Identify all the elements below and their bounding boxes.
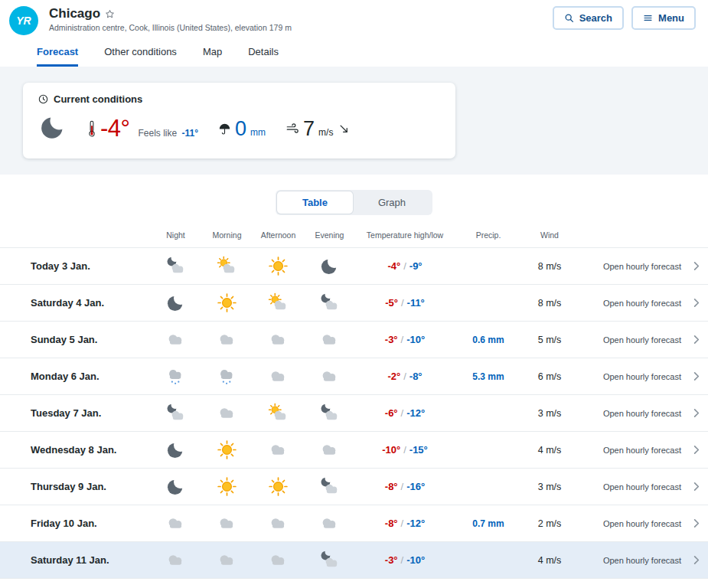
forecast-row[interactable]: Wednesday 8 Jan. -10°/-15° 4 m/s Open ho… [0,431,708,468]
temp-separator: / [403,371,406,382]
forecast-row[interactable]: Saturday 4 Jan. -5°/-11° 8 m/s Open hour… [0,284,708,321]
tab-forecast[interactable]: Forecast [37,46,78,67]
search-button[interactable]: Search [553,6,624,30]
column-wind: Wind [522,230,577,240]
open-hourly-forecast-link[interactable]: Open hourly forecast [603,556,681,565]
cloud-icon [319,513,340,534]
day-label: Tuesday 7 Jan. [0,407,150,419]
chevron-right-icon [690,334,702,345]
precipitation-unit: mm [250,127,266,138]
temp-low: -12° [406,518,425,529]
night-icon-cell [150,329,201,350]
wind-value: 4 m/s [522,555,577,566]
moon-icon [38,113,67,142]
search-icon [564,13,574,23]
day-label: Today 3 Jan. [0,260,150,272]
menu-button[interactable]: Menu [631,6,696,30]
forecast-row[interactable]: Saturday 11 Jan. -3°/-10° 4 m/s Open hou… [0,541,708,578]
forecast-rows: Today 3 Jan. -4°/-9° 8 m/s Open hourly f… [0,247,708,578]
wind-value: 8 m/s [522,298,577,309]
forecast-hero: Current conditions -4° Feels like -11° 0… [0,67,708,175]
view-toggle: TableGraph [276,190,432,215]
temperature-range: -3°/-10° [355,334,455,345]
open-hourly-forecast-link[interactable]: Open hourly forecast [603,335,681,345]
moon-icon [165,476,186,497]
temp-low: -10° [406,334,425,345]
view-toggle-graph[interactable]: Graph [353,191,431,214]
wind-value: 5 m/s [522,335,577,345]
open-hourly-forecast-link[interactable]: Open hourly forecast [603,409,681,418]
sun-icon [268,256,289,276]
cloud-icon [268,329,289,350]
forecast-row[interactable]: Sunday 5 Jan. -3°/-10° 0.6 mm 5 m/s Open… [0,321,708,358]
thermometer-icon [87,119,96,139]
open-hourly-forecast-link[interactable]: Open hourly forecast [603,372,681,381]
temp-low: -11° [407,297,425,309]
view-toggle-table[interactable]: Table [277,191,353,214]
evening-icon-cell [304,256,355,276]
open-hourly-forecast-link[interactable]: Open hourly forecast [603,299,681,308]
day-label: Saturday 11 Jan. [0,554,150,566]
cloud-icon [268,366,289,387]
precip-value: 5.3 mm [455,371,522,382]
yr-logo[interactable]: YR [9,6,38,35]
temp-separator: / [403,444,406,456]
forecast-row[interactable]: Monday 6 Jan. -2°/-8° 5.3 mm 6 m/s Open … [0,358,708,394]
tab-details[interactable]: Details [248,46,279,67]
location-subtitle: Administration centre, Cook, Illinois (U… [49,23,292,32]
evening-icon-cell [304,439,355,460]
evening-icon-cell [304,292,355,313]
feels-like-value: -11° [182,128,198,139]
temperature-range: -6°/-12° [355,407,455,419]
night-icon-cell [150,292,201,313]
evening-icon-cell [304,476,355,497]
sun-icon [217,439,237,460]
night-icon-cell [150,439,201,460]
temperature-range: -4°/-9° [355,260,455,272]
temp-high: -2° [387,371,400,382]
wind-value: 3 m/s [522,408,577,419]
temperature-range: -10°/-15° [355,444,455,456]
morning-icon-cell [201,550,253,570]
afternoon-icon-cell [253,292,304,313]
afternoon-icon-cell [253,256,304,276]
morning-icon-cell [201,329,253,350]
snow-icon [165,366,186,387]
partly-cloudy-night-icon [165,256,186,276]
forecast-row[interactable]: Friday 10 Jan. -8°/-12° 0.7 mm 2 m/s Ope… [0,505,708,541]
temp-low: -15° [409,444,428,456]
open-hourly-forecast-link[interactable]: Open hourly forecast [603,482,681,492]
chevron-right-icon [690,371,702,382]
temperature-range: -5°/-11° [355,297,455,309]
temp-separator: / [401,334,404,345]
open-hourly-forecast-link[interactable]: Open hourly forecast [603,446,681,455]
menu-button-label: Menu [658,12,684,24]
umbrella-icon [218,122,231,136]
column-afternoon: Afternoon [253,230,304,240]
current-temperature: -4° [100,115,129,142]
current-wind-group: 7 m/s [285,117,350,141]
favorite-star-icon[interactable] [105,9,115,19]
tab-other-conditions[interactable]: Other conditions [104,46,177,67]
open-hourly-forecast-link[interactable]: Open hourly forecast [603,519,681,528]
sun-icon [268,476,289,497]
forecast-table-header: Night Morning Afternoon Evening Temperat… [0,215,708,247]
forecast-row[interactable]: Thursday 9 Jan. -8°/-16° 3 m/s Open hour… [0,468,708,505]
search-button-label: Search [579,12,612,24]
temp-separator: / [401,297,404,309]
temp-separator: / [401,481,404,492]
forecast-row[interactable]: Today 3 Jan. -4°/-9° 8 m/s Open hourly f… [0,247,708,284]
day-label: Saturday 4 Jan. [0,297,150,309]
forecast-row[interactable]: Tuesday 7 Jan. -6°/-12° 3 m/s Open hourl… [0,394,708,431]
afternoon-icon-cell [253,513,304,534]
morning-icon-cell [201,366,253,387]
tab-map[interactable]: Map [203,46,222,67]
afternoon-icon-cell [253,439,304,460]
day-label: Thursday 9 Jan. [0,481,150,492]
moon-icon [165,439,186,460]
partly-cloudy-night-icon [319,403,340,423]
open-hourly-forecast-link[interactable]: Open hourly forecast [603,262,681,271]
column-evening: Evening [304,230,355,240]
day-label: Friday 10 Jan. [0,518,150,529]
morning-icon-cell [201,256,253,276]
